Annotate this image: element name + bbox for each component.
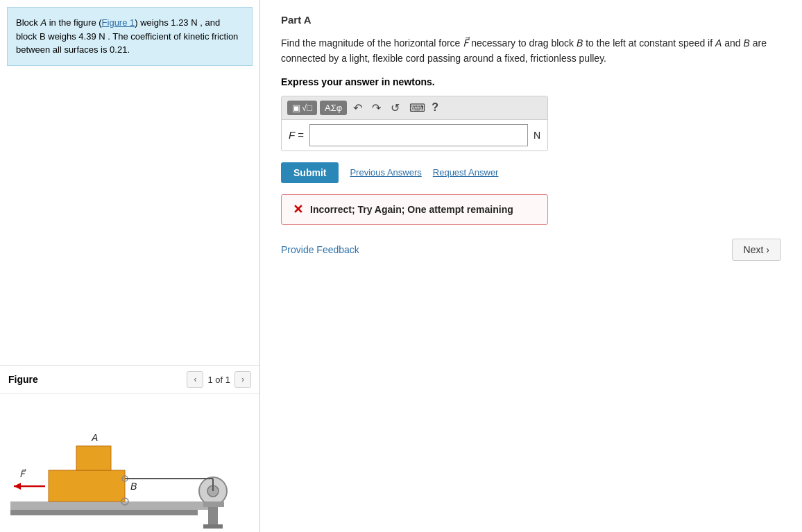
error-icon: ✕ xyxy=(293,202,303,217)
svg-rect-3 xyxy=(76,446,111,470)
figure-link[interactable]: Figure 1 xyxy=(102,17,135,28)
problem-text-suffix: ) weighs 1.23 N , and xyxy=(135,17,220,28)
submit-row: Submit Previous Answers Request Answer xyxy=(281,162,781,183)
request-answer-button[interactable]: Request Answer xyxy=(433,167,499,178)
figure-svg: A B F xyxy=(0,394,250,532)
svg-text:F⃗: F⃗ xyxy=(19,469,26,479)
svg-rect-10 xyxy=(203,501,224,507)
part-label: Part A xyxy=(281,14,781,26)
math-unit: N xyxy=(534,130,540,141)
error-text: Incorrect; Try Again; One attempt remain… xyxy=(310,204,513,215)
provide-feedback-link[interactable]: Provide Feedback xyxy=(281,244,359,255)
figure-nav-count: 1 of 1 xyxy=(207,375,230,385)
svg-rect-2 xyxy=(49,470,125,501)
frac-sqrt-icon: ▣ xyxy=(292,103,300,113)
right-panel: Part A Find the magnitude of the horizon… xyxy=(260,0,802,532)
svg-rect-12 xyxy=(203,524,223,529)
figure-section: Figure ‹ 1 of 1 › A B xyxy=(0,365,259,532)
undo-button[interactable]: ↶ xyxy=(350,100,366,116)
math-input-row: F = N xyxy=(282,120,547,151)
figure-nav: ‹ 1 of 1 › xyxy=(187,371,251,388)
alpha-sigma-label: ΑΣφ xyxy=(325,103,342,113)
question-text: Find the magnitude of the horizontal for… xyxy=(281,35,781,67)
refresh-button[interactable]: ↺ xyxy=(387,100,403,116)
alpha-sigma-button[interactable]: ΑΣφ xyxy=(320,101,347,115)
sqrt-icon: √□ xyxy=(302,103,312,113)
math-toolbar: ▣ √□ ΑΣφ ↶ ↷ ↺ ⌨ ? xyxy=(282,96,547,120)
svg-marker-16 xyxy=(14,483,21,490)
submit-button[interactable]: Submit xyxy=(281,162,339,183)
svg-text:A: A xyxy=(91,432,98,443)
figure-prev-button[interactable]: ‹ xyxy=(187,371,203,388)
keyboard-button[interactable]: ⌨ xyxy=(406,100,429,116)
figure-title: Figure xyxy=(8,374,38,385)
next-label: Next xyxy=(744,244,764,255)
math-input-field[interactable] xyxy=(309,124,528,146)
next-button[interactable]: Next › xyxy=(732,239,781,261)
next-chevron-icon: › xyxy=(766,244,769,255)
figure-next-button[interactable]: › xyxy=(234,371,251,388)
problem-text-line3: block B weighs 4.39 N . The coefficient … xyxy=(16,31,238,42)
math-label: F = xyxy=(289,129,304,141)
previous-answers-button[interactable]: Previous Answers xyxy=(350,167,421,178)
express-answer-label: Express your answer in newtons. xyxy=(281,76,781,87)
math-input-container: ▣ √□ ΑΣφ ↶ ↷ ↺ ⌨ ? F = N xyxy=(281,96,548,151)
svg-rect-1 xyxy=(10,510,198,515)
left-panel: Block A in the figure (Figure 1) weighs … xyxy=(0,0,260,532)
problem-text-line4: between all surfaces is 0.21. xyxy=(16,44,130,55)
figure-canvas: A B F xyxy=(0,393,259,532)
figure-header: Figure ‹ 1 of 1 › xyxy=(0,366,259,393)
redo-button[interactable]: ↷ xyxy=(368,100,384,116)
frac-sqrt-button[interactable]: ▣ √□ xyxy=(287,101,317,115)
problem-text-prefix: Block A in the figure ( xyxy=(16,17,102,28)
error-box: ✕ Incorrect; Try Again; One attempt rema… xyxy=(281,194,548,225)
help-button[interactable]: ? xyxy=(432,101,438,114)
svg-rect-0 xyxy=(10,501,212,510)
svg-text:B: B xyxy=(130,481,137,492)
problem-info-box: Block A in the figure (Figure 1) weighs … xyxy=(7,7,253,66)
bottom-actions: Provide Feedback Next › xyxy=(281,239,781,261)
